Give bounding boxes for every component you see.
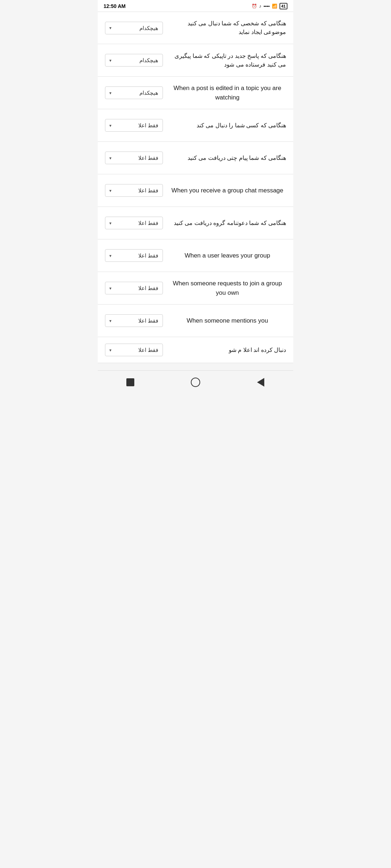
- notification-row-truncated: هیچکدا‌م فقط اعلا همیشه دنبال کرده اند ا…: [98, 337, 293, 363]
- alarm-icon: ⏰: [252, 4, 257, 9]
- select-container-7[interactable]: هیچکدا‌م فقط اعلا همیشه: [105, 217, 163, 229]
- notification-row-4: هیچکدا‌م فقط اعلا همیشه هنگامی که کسی شم…: [98, 109, 293, 142]
- select-container-3[interactable]: هیچکدا‌م فقط اعلا همیشه: [105, 86, 163, 99]
- notification-row-10: هیچکدا‌م فقط اعلا همیشه When someone men…: [98, 305, 293, 337]
- select-row-6[interactable]: هیچکدا‌م فقط اعلا همیشه: [105, 184, 163, 197]
- select-row-8[interactable]: هیچکدا‌م فقط اعلا همیشه: [105, 249, 163, 262]
- select-container-2[interactable]: هیچکدا‌م فقط اعلا همیشه: [105, 54, 163, 67]
- row-label-3: When a post is edited in a topic you are…: [169, 84, 286, 102]
- row-label-6: When you receive a group chat message: [169, 186, 286, 195]
- battery-icon: 41: [279, 3, 287, 9]
- wifi-icon: 📶: [272, 4, 277, 9]
- notification-row-8: هیچکدا‌م فقط اعلا همیشه When a user leav…: [98, 239, 293, 272]
- notification-row-1: هیچکدا‌م فقط اعلا همیشه هنگامی که شخصی ک…: [98, 12, 293, 44]
- select-row-4[interactable]: هیچکدا‌م فقط اعلا همیشه: [105, 119, 163, 132]
- notification-row-2: هیچکدا‌م فقط اعلا همیشه هنگامی که پاسخ ج…: [98, 44, 293, 77]
- select-row-truncated[interactable]: هیچکدا‌م فقط اعلا همیشه: [105, 344, 163, 356]
- back-icon: [257, 378, 264, 387]
- notification-row-7: هیچکدا‌م فقط اعلا همیشه هنگامی که شما دع…: [98, 207, 293, 239]
- stop-button[interactable]: [124, 376, 137, 389]
- select-row-10[interactable]: هیچکدا‌م فقط اعلا همیشه: [105, 314, 163, 327]
- notification-row-9: هیچکدا‌م فقط اعلا همیشه When someone req…: [98, 272, 293, 305]
- home-icon: [191, 378, 200, 387]
- select-container-1[interactable]: هیچکدا‌م فقط اعلا همیشه: [105, 22, 163, 34]
- select-container-6[interactable]: هیچکدا‌م فقط اعلا همیشه: [105, 184, 163, 197]
- notification-row-3: هیچکدا‌م فقط اعلا همیشه When a post is e…: [98, 77, 293, 109]
- select-container-4[interactable]: هیچکدا‌م فقط اعلا همیشه: [105, 119, 163, 132]
- select-row-1[interactable]: هیچکدا‌م فقط اعلا همیشه: [105, 22, 163, 34]
- back-button[interactable]: [254, 376, 267, 389]
- notification-row-6: هیچکدا‌م فقط اعلا همیشه When you receive…: [98, 174, 293, 207]
- status-icons: ⏰ ♪ ▪▪▪▪ 📶 41: [252, 3, 287, 9]
- select-row-2[interactable]: هیچکدا‌م فقط اعلا همیشه: [105, 54, 163, 67]
- status-bar: 12:50 AM ⏰ ♪ ▪▪▪▪ 📶 41: [98, 0, 293, 12]
- signal-icon: ▪▪▪▪: [264, 4, 270, 9]
- row-label-truncated: دنبال کرده اند اعلا م شو: [169, 346, 286, 353]
- row-label-9: When someone requests to join a group yo…: [169, 279, 286, 297]
- select-container-8[interactable]: هیچکدا‌م فقط اعلا همیشه: [105, 249, 163, 262]
- row-label-4: هنگامی که کسی شما را دنبال می کند: [169, 121, 286, 130]
- row-label-8: When a user leaves your group: [169, 251, 286, 260]
- music-icon: ♪: [259, 4, 261, 9]
- navigation-bar: [98, 370, 293, 395]
- row-label-5: هنگامی که شما پیام چتی دریافت می کنید: [169, 154, 286, 162]
- settings-content: هیچکدا‌م فقط اعلا همیشه هنگامی که شخصی ک…: [98, 12, 293, 363]
- select-row-5[interactable]: هیچکدا‌م فقط اعلا همیشه: [105, 152, 163, 164]
- stop-icon: [126, 378, 134, 386]
- select-container-truncated[interactable]: هیچکدا‌م فقط اعلا همیشه: [105, 344, 163, 356]
- select-container-10[interactable]: هیچکدا‌م فقط اعلا همیشه: [105, 314, 163, 327]
- select-container-5[interactable]: هیچکدا‌م فقط اعلا همیشه: [105, 152, 163, 164]
- row-label-7: هنگامی که شما دعوتنامه گروه دریافت می کن…: [169, 219, 286, 227]
- select-row-3[interactable]: هیچکدا‌م فقط اعلا همیشه: [105, 86, 163, 99]
- notification-row-5: هیچکدا‌م فقط اعلا همیشه هنگامی که شما پی…: [98, 142, 293, 174]
- row-label-2: هنگامی که پاسخ جدید در تاپیکی که شما پیگ…: [169, 52, 286, 69]
- row-label-1: هنگامی که شخصی که شما دنبال می کنید موضو…: [169, 19, 286, 37]
- select-container-9[interactable]: هیچکدا‌م فقط اعلا همیشه: [105, 282, 163, 294]
- select-row-7[interactable]: هیچکدا‌م فقط اعلا همیشه: [105, 217, 163, 229]
- row-label-10: When someone mentions you: [169, 316, 286, 326]
- select-row-9[interactable]: هیچکدا‌م فقط اعلا همیشه: [105, 282, 163, 294]
- home-button[interactable]: [189, 376, 202, 389]
- status-time: 12:50 AM: [104, 3, 126, 9]
